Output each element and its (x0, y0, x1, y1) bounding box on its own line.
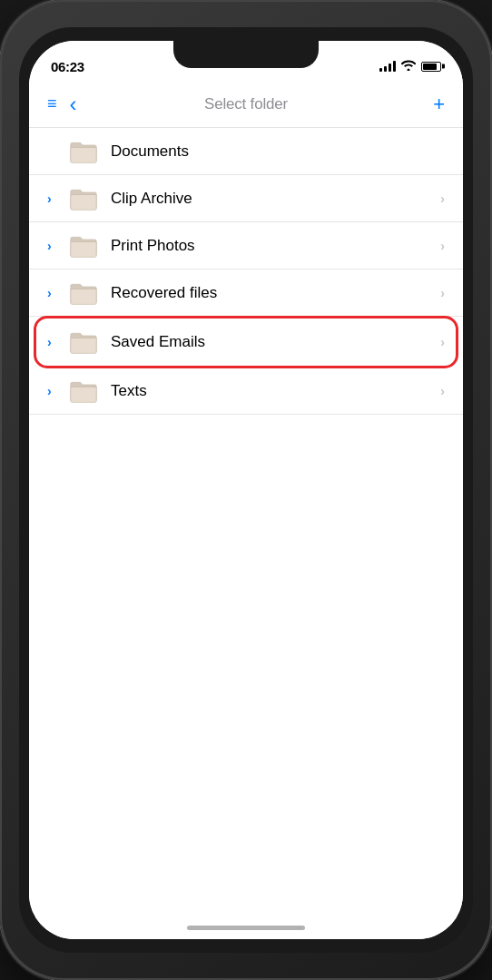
phone-inner: 06:23 (19, 27, 473, 953)
signal-icon (379, 61, 396, 72)
status-time: 06:23 (51, 59, 84, 74)
folder-item-recovered-files[interactable]: › Recovered files › (29, 270, 463, 317)
folder-icon-documents (69, 139, 98, 164)
expand-arrow-recovered-files[interactable]: › (47, 286, 62, 300)
folder-name-texts: Texts (111, 382, 440, 400)
chevron-right-saved-emails: › (440, 335, 445, 349)
folder-name-print-photos: Print Photos (111, 237, 440, 255)
wifi-icon (401, 60, 416, 74)
folder-item-clip-archive[interactable]: › Clip Archive › (29, 175, 463, 222)
folder-name-recovered-files: Recovered files (111, 284, 440, 302)
folder-icon-saved-emails (69, 329, 98, 355)
notch (173, 41, 319, 68)
folder-name-saved-emails: Saved Emails (111, 333, 440, 351)
folder-item-texts[interactable]: › Texts › (29, 368, 463, 415)
nav-title: Select folder (204, 95, 288, 113)
expand-arrow-clip-archive[interactable]: › (47, 191, 62, 206)
expand-arrow-saved-emails[interactable]: › (47, 335, 62, 349)
chevron-right-print-photos: › (440, 239, 445, 253)
nav-left: ≡ ‹ (47, 92, 77, 117)
bottom-spacer (29, 894, 463, 939)
folder-item-saved-emails[interactable]: › Saved Emails › (36, 318, 456, 366)
screen: 06:23 (29, 41, 463, 939)
phone-frame: 06:23 (0, 0, 492, 980)
status-icons (379, 60, 441, 74)
folder-name-clip-archive: Clip Archive (111, 190, 440, 208)
folder-icon-print-photos (69, 233, 98, 259)
chevron-right-recovered-files: › (440, 286, 445, 300)
folder-icon-clip-archive (69, 186, 98, 211)
folder-item-documents[interactable]: Documents (29, 128, 463, 175)
folder-list: Documents › Clip Archive › (29, 128, 463, 894)
home-indicator (187, 926, 305, 930)
expand-arrow-texts[interactable]: › (47, 384, 62, 398)
folder-name-documents: Documents (111, 142, 445, 161)
back-button[interactable]: ‹ (70, 92, 77, 117)
nav-bar: ≡ ‹ Select folder + (29, 81, 463, 128)
folder-icon-recovered-files (69, 280, 98, 306)
hamburger-icon[interactable]: ≡ (47, 94, 57, 113)
expand-arrow-print-photos[interactable]: › (47, 239, 62, 253)
chevron-right-clip-archive: › (440, 191, 445, 206)
battery-icon (421, 62, 441, 72)
chevron-right-texts: › (440, 384, 445, 398)
add-button[interactable]: + (433, 93, 445, 116)
folder-item-print-photos[interactable]: › Print Photos › (29, 222, 463, 270)
folder-icon-texts (69, 378, 98, 404)
